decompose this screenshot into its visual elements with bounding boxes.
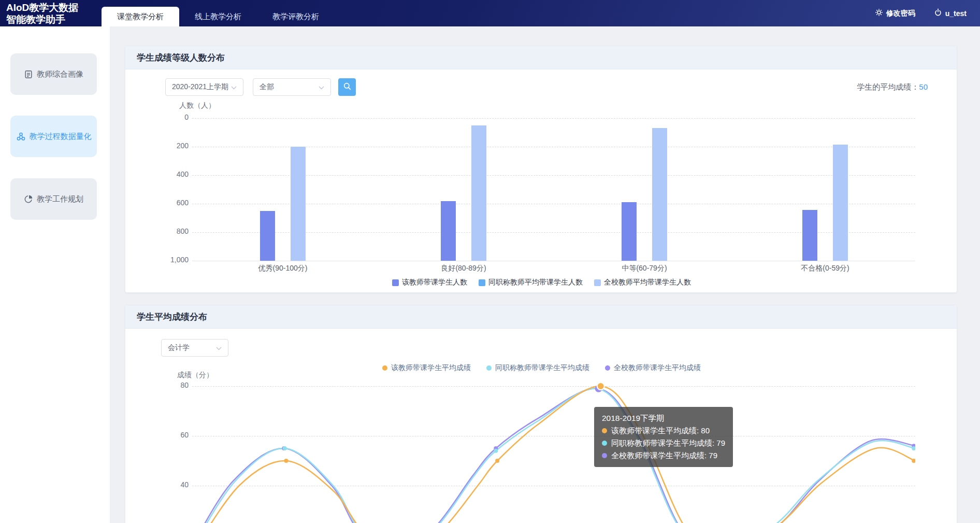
y-tick-label: 40 (125, 480, 189, 489)
tooltip-series-dot (602, 441, 607, 446)
y-tick-label: 80 (125, 381, 189, 389)
change-password-label: 修改密码 (886, 9, 915, 18)
tooltip-row: 全校教师带课学生平均成绩: 79 (602, 449, 725, 462)
sidebar-item-label: 教师综合画像 (37, 69, 83, 79)
bar-该教师带课学生人数-优秀(90-100分)[interactable] (260, 211, 275, 261)
data-point-marker (283, 446, 287, 450)
y-tick-label: 600 (125, 199, 189, 207)
app-logo: AIoD教学大数据 智能教学助手 (6, 2, 78, 25)
bar-该教师带课学生人数-中等(60-79分)[interactable] (622, 202, 637, 261)
legend-label: 全校教师平均带课学生人数 (604, 278, 691, 287)
y-tick-label: 200 (125, 142, 189, 150)
pie-icon (24, 194, 33, 204)
chart-tooltip: 2018-2019下学期 该教师带课学生平均成绩: 80同职称教师带课学生平均成… (594, 407, 733, 467)
sidebar-item-1[interactable]: 教师综合画像 (10, 53, 97, 95)
app-root: AIoD教学大数据 智能教学助手 课堂教学分析线上教学分析教学评教分析 修改密码 (0, 0, 980, 523)
tooltip-row-text: 该教师带课学生平均成绩: 80 (611, 425, 710, 437)
power-icon (934, 8, 942, 18)
gridline (192, 261, 915, 261)
y-tick-label: 60 (125, 431, 189, 439)
tooltip-title: 2018-2019下学期 (602, 412, 725, 425)
username-label: u_test (945, 9, 967, 18)
data-point-marker (494, 449, 498, 453)
bar-全校教师平均带课学生人数-不合格(0-59分)[interactable] (833, 145, 848, 261)
data-point-marker (495, 459, 499, 463)
grade-bar-chart[interactable]: 02004006008001,000优秀(90-100分)良好(80-89分)中… (125, 46, 957, 292)
highlighted-data-point (597, 383, 604, 390)
legend-swatch (594, 279, 601, 286)
tooltip-row: 该教师带课学生平均成绩: 80 (602, 425, 725, 437)
grade-distribution-card: 学生成绩等级人数分布 2020-2021上学期 全部 (125, 46, 957, 293)
bar-该教师带课学生人数-不合格(0-59分)[interactable] (802, 210, 817, 261)
x-axis-label: 良好(80-89分) (401, 264, 526, 273)
line-plot[interactable] (192, 378, 915, 523)
topbar-right: 修改密码 u_test (875, 0, 967, 26)
tab-2[interactable]: 线上教学分析 (179, 7, 257, 26)
bar-全校教师平均带课学生人数-中等(60-79分)[interactable] (652, 128, 667, 261)
change-password-button[interactable]: 修改密码 (875, 8, 915, 18)
data-point-marker (284, 459, 289, 463)
score-distribution-card: 学生平均成绩分布 会计学 该教师带课学生平均成绩同职称教师带课学生平均成绩全校教… (125, 305, 957, 523)
gridline (192, 118, 915, 119)
sidebar-item-label: 教学过程数据量化 (30, 132, 92, 142)
legend-swatch (392, 279, 399, 286)
legend-swatch (479, 279, 485, 286)
bar-该教师带课学生人数-良好(80-89分)[interactable] (441, 201, 456, 261)
legend-item-同职称教师平均带课学生人数[interactable]: 同职称教师平均带课学生人数 (479, 278, 583, 287)
molecule-icon (16, 132, 26, 142)
sidebar: 教师综合画像教学过程数据量化教学工作规划 (0, 26, 110, 523)
sidebar-item-label: 教学工作规划 (37, 194, 83, 204)
bar-全校教师平均带课学生人数-优秀(90-100分)[interactable] (291, 147, 306, 261)
tooltip-row-text: 全校教师带课学生平均成绩: 79 (611, 449, 717, 462)
x-axis-label: 优秀(90-100分) (221, 264, 345, 273)
clipboard-icon (24, 69, 33, 79)
sidebar-item-2[interactable]: 教学过程数据量化 (10, 116, 97, 157)
tab-1[interactable]: 课堂教学分析 (102, 7, 179, 26)
legend-item-全校教师平均带课学生人数[interactable]: 全校教师平均带课学生人数 (594, 278, 691, 287)
bar-全校教师平均带课学生人数-良好(80-89分)[interactable] (471, 125, 486, 261)
logo-line2: 智能教学助手 (6, 13, 78, 25)
tooltip-series-dot (602, 453, 607, 458)
logo-line1: AIoD教学大数据 (6, 2, 78, 13)
line-series-全校教师带课学生平均成绩 (192, 388, 915, 523)
legend-label: 同职称教师平均带课学生人数 (488, 278, 583, 287)
bar-chart-legend: 该教师带课学生人数同职称教师平均带课学生人数全校教师平均带课学生人数 (125, 278, 958, 287)
legend-item-该教师带课学生人数[interactable]: 该教师带课学生人数 (392, 278, 467, 287)
user-menu[interactable]: u_test (934, 8, 967, 18)
y-tick-label: 800 (125, 227, 189, 235)
score-line-chart[interactable]: 806040 (125, 305, 957, 523)
y-tick-label: 0 (125, 113, 189, 121)
y-tick-label: 400 (125, 170, 189, 178)
legend-label: 该教师带课学生人数 (402, 278, 467, 287)
tab-3[interactable]: 教学评教分析 (257, 7, 335, 26)
tooltip-row-text: 同职称教师带课学生平均成绩: 79 (611, 437, 725, 449)
tooltip-rows: 该教师带课学生平均成绩: 80同职称教师带课学生平均成绩: 79全校教师带课学生… (602, 425, 725, 462)
gear-icon (875, 8, 883, 18)
tooltip-row: 同职称教师带课学生平均成绩: 79 (602, 437, 725, 449)
tooltip-series-dot (602, 428, 607, 433)
x-axis-label: 中等(60-79分) (582, 264, 707, 273)
y-tick-label: 1,000 (125, 256, 189, 264)
topbar: AIoD教学大数据 智能教学助手 课堂教学分析线上教学分析教学评教分析 修改密码 (0, 0, 980, 26)
x-axis-label: 不合格(0-59分) (763, 264, 887, 273)
sidebar-item-3[interactable]: 教学工作规划 (10, 178, 97, 220)
